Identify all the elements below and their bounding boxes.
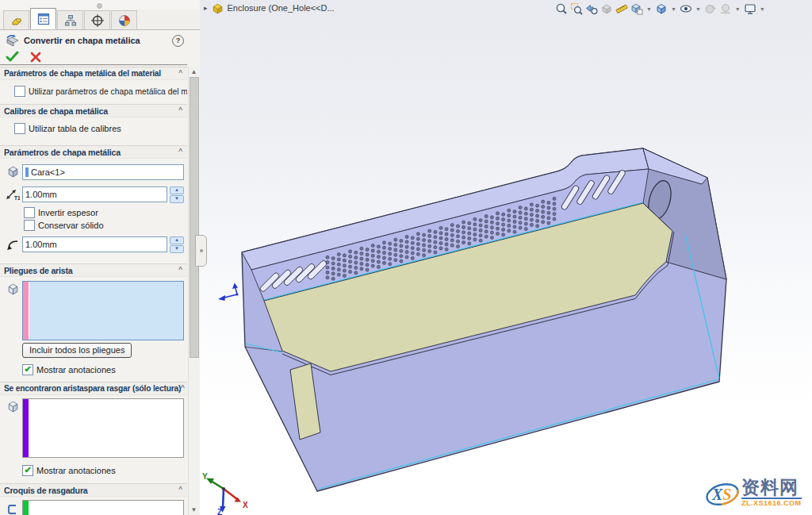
thickness-field[interactable]: 1.00mm: [22, 186, 167, 202]
collect-all-bends-button[interactable]: Incluir todos los pliegues: [22, 343, 132, 358]
panel-grip-dot[interactable]: [97, 3, 102, 9]
collapse-chevron-icon[interactable]: ^: [181, 385, 185, 393]
accept-check-icon[interactable]: [6, 51, 19, 63]
manager-tabs: [0, 10, 200, 30]
checkbox-box[interactable]: [22, 465, 33, 476]
bend-radius-value: 1.00mm: [25, 240, 57, 249]
display-style-icon[interactable]: [630, 2, 643, 15]
spin-up-icon[interactable]: ▲: [170, 186, 184, 194]
tab-dimxpertmanager[interactable]: [84, 10, 110, 29]
collapse-chevron-icon[interactable]: ^: [178, 267, 182, 275]
document-flyout-bar: ▸ Enclosure (One_Hole<<D...: [200, 0, 335, 16]
spin-up-icon[interactable]: ▲: [170, 236, 184, 244]
thickness-row: T1 1.00mm ▲▼: [3, 186, 184, 203]
section-header-gauges[interactable]: Calibres de chapa metálica ^: [0, 104, 187, 117]
rip-edges-color-stripe: [23, 399, 29, 457]
triad-x-label: X: [243, 501, 248, 509]
sketch-contour-icon: [6, 503, 19, 515]
tab-displaymanager[interactable]: [111, 10, 137, 29]
tab-configurationmanager[interactable]: [57, 10, 83, 29]
checkbox-box[interactable]: [14, 123, 25, 134]
display-style-caret-icon[interactable]: ▼: [646, 6, 652, 12]
fixed-face-field[interactable]: Cara<1>: [22, 164, 184, 180]
origin-marker: [218, 283, 239, 302]
edge-bends-color-stripe: [23, 282, 29, 340]
dimxpert-target-icon: [90, 13, 105, 28]
section-title: Se encontraron aristaspara rasgar (sólo …: [4, 384, 181, 393]
reference-triad: Y X Z: [202, 472, 248, 515]
section-header-rip-sketch[interactable]: Croquis de rasgadura ^: [0, 483, 187, 497]
rip-sketch-listbox[interactable]: [22, 500, 184, 515]
use-material-params-checkbox[interactable]: Utilizar parámetros de chapa metálica de…: [14, 85, 187, 98]
checkbox-box[interactable]: [14, 86, 25, 97]
collapse-chevron-icon[interactable]: ^: [178, 148, 182, 156]
checkbox-box[interactable]: [24, 220, 35, 231]
bend-radius-spinner[interactable]: ▲▼: [170, 236, 184, 253]
show-callouts-checkbox-1[interactable]: Mostrar anotaciones: [22, 364, 187, 375]
view-orientation-caret-icon[interactable]: ▼: [671, 6, 676, 12]
section-title: Parámetros de chapa metálica: [4, 148, 121, 157]
svg-text:T1: T1: [14, 195, 20, 201]
checkbox-box[interactable]: [22, 364, 33, 375]
tab-featuremanager[interactable]: [3, 10, 29, 29]
tab-propertymanager[interactable]: [30, 8, 56, 29]
section-view-icon[interactable]: [600, 2, 613, 15]
collect-bends-row: Incluir todos los pliegues: [0, 343, 187, 358]
show-callouts-checkbox-2[interactable]: Mostrar anotaciones: [22, 465, 187, 476]
section-header-material-params[interactable]: Parámetros de chapa metálica del materia…: [0, 67, 187, 80]
section-header-sheet-params[interactable]: Parámetros de chapa metálica ^: [0, 145, 187, 159]
flyout-expand-icon[interactable]: ▸: [204, 4, 208, 12]
scrollbar-thumb[interactable]: [190, 77, 199, 358]
convert-to-sheetmetal-icon: [5, 34, 20, 47]
previous-view-icon[interactable]: [585, 2, 598, 15]
hide-show-caret-icon[interactable]: ▼: [695, 6, 701, 12]
cancel-x-icon[interactable]: [30, 52, 41, 63]
view-orientation-icon[interactable]: [655, 2, 668, 15]
edge-bends-row: [3, 281, 184, 340]
thickness-value: 1.00mm: [25, 190, 57, 199]
hide-show-items-icon[interactable]: [680, 2, 692, 15]
thickness-spinner[interactable]: ▲▼: [170, 186, 184, 203]
panel-scrollbar[interactable]: ▲ ▼: [188, 67, 199, 515]
checkbox-box[interactable]: [24, 207, 35, 218]
part-document-icon: [212, 2, 224, 14]
sheet-metal-tray-model[interactable]: Y X Z: [200, 0, 812, 515]
keep-body-checkbox[interactable]: Conservar sólido: [24, 220, 187, 231]
help-icon[interactable]: ?: [172, 35, 184, 47]
heads-up-view-toolbar: ▼ ▼ ▼ ▼ ▼: [555, 1, 766, 17]
spin-down-icon[interactable]: ▼: [170, 195, 184, 203]
rip-edges-listbox[interactable]: [22, 398, 184, 458]
view-settings-icon[interactable]: [744, 2, 756, 15]
propertymanager-list-icon: [36, 12, 51, 26]
measure-icon[interactable]: [615, 2, 628, 15]
section-header-edge-bends[interactable]: Pliegues de arista ^: [0, 263, 187, 277]
collapse-chevron-icon[interactable]: ^: [178, 486, 182, 494]
collapse-chevron-icon[interactable]: ^: [178, 107, 182, 115]
section-title: Pliegues de arista: [4, 266, 73, 275]
edit-appearance-icon[interactable]: [704, 2, 717, 15]
rip-edges-row: [3, 398, 184, 458]
edge-bends-listbox[interactable]: [22, 281, 184, 340]
graphics-area[interactable]: Y X Z ▸ Enclosure (One_Hole<<D... ▼ ▼ ▼ …: [200, 0, 812, 515]
propertymanager-header: Convertir en chapa metálica ?: [0, 32, 200, 49]
view-settings-caret-icon[interactable]: ▼: [760, 6, 765, 12]
use-gauge-table-checkbox[interactable]: Utilizar tabla de calibres: [14, 122, 187, 135]
spin-down-icon[interactable]: ▼: [170, 245, 184, 253]
face-cube-icon: [6, 165, 20, 179]
propertymanager-panel: Convertir en chapa metálica ? Parámetros…: [0, 0, 201, 515]
collapse-chevron-icon[interactable]: ^: [178, 70, 182, 78]
watermark-site-name: 资料网: [741, 478, 802, 497]
zoom-to-area-icon[interactable]: [570, 2, 583, 15]
splitter-dot: [200, 249, 203, 252]
bend-radius-field[interactable]: 1.00mm: [22, 236, 167, 252]
triad-y-label: Y: [202, 472, 208, 481]
apply-scene-caret-icon[interactable]: ▼: [735, 6, 741, 12]
zoom-to-fit-icon[interactable]: [555, 2, 568, 15]
section-header-rip-edges[interactable]: Se encontraron aristaspara rasgar (sólo …: [0, 382, 187, 395]
invert-thickness-checkbox[interactable]: Invertir espesor: [24, 207, 187, 218]
configurationmanager-tree-icon: [63, 13, 78, 28]
scroll-down-icon[interactable]: ▼: [189, 505, 199, 515]
panel-splitter-handle[interactable]: [195, 235, 207, 267]
apply-scene-icon[interactable]: [719, 2, 732, 15]
scroll-up-icon[interactable]: ▲: [189, 67, 199, 77]
